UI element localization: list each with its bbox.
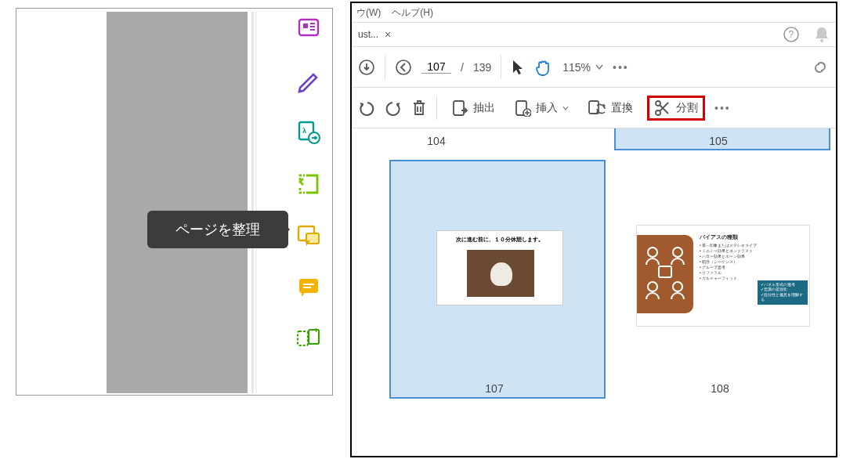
extract-label: 抽出 <box>473 101 495 115</box>
svg-point-15 <box>396 60 410 74</box>
page-total: 139 <box>473 61 491 74</box>
svg-text:λ: λ <box>302 127 306 135</box>
document-tab[interactable]: ust... × <box>358 28 391 41</box>
undo-icon[interactable] <box>358 99 375 117</box>
page-label-107: 107 <box>471 382 518 395</box>
delete-icon[interactable] <box>411 99 427 117</box>
split-label: 分割 <box>676 101 698 115</box>
document-tab-bar: ust... × ? <box>352 22 836 47</box>
pointer-tool-icon[interactable] <box>511 59 525 76</box>
page-108: バイアスの種類 • 第一印象またはステレオタイプ • ミニミー効果とコントラスト… <box>636 225 810 327</box>
back-icon[interactable] <box>395 59 412 76</box>
split-button[interactable]: 分割 <box>647 96 705 121</box>
sticky-note-icon[interactable] <box>295 273 323 302</box>
hand-tool-icon[interactable] <box>534 58 553 77</box>
save-down-icon[interactable] <box>358 59 375 76</box>
svg-point-22 <box>648 248 657 257</box>
svg-point-13 <box>820 39 823 42</box>
page-107-title: 次に進む前に、１０分休憩します。 <box>437 231 562 244</box>
organize-pages-tooltip: ページを整理 <box>147 211 288 248</box>
p108-title: バイアスの種類 <box>700 233 738 241</box>
replace-button[interactable]: 置換 <box>583 96 638 120</box>
page-thumbnails-area: 104 105 次に進む前に、１０分休憩します。 107 <box>352 128 836 457</box>
cup-shape <box>490 262 512 286</box>
divider <box>436 96 437 120</box>
replace-label: 置換 <box>611 101 633 115</box>
page-107-image <box>467 250 534 297</box>
page-label-104: 104 <box>413 135 460 147</box>
more-tools-icon[interactable]: ••• <box>613 61 629 74</box>
tooltip-label: ページを整理 <box>175 220 260 239</box>
svg-text:+: + <box>313 328 319 335</box>
divider <box>501 56 501 79</box>
svg-rect-16 <box>454 101 464 115</box>
insert-button[interactable]: 挿入 <box>509 96 573 120</box>
divider <box>255 12 257 393</box>
list-item: • グループ思考 <box>700 265 757 270</box>
badge-line: ✓自分性と偏見を理解する <box>761 293 805 303</box>
list-item: • 順序（シーケンス） <box>700 259 757 265</box>
svg-rect-0 <box>299 20 318 35</box>
page-separator: / <box>461 61 464 74</box>
right-tool-rail: λ + <box>285 9 332 396</box>
thumb-107[interactable]: 次に進む前に、１０分休憩します。 <box>389 160 606 399</box>
list-item: • 第一印象またはステレオタイプ <box>700 243 757 248</box>
insert-label: 挿入 <box>536 101 558 115</box>
menu-bar: ウ(W) ヘルプ(H) <box>352 3 836 22</box>
list-item: • カルチャーフィット <box>700 276 757 281</box>
svg-rect-8 <box>298 331 308 345</box>
svg-point-24 <box>648 282 657 291</box>
svg-rect-1 <box>303 23 308 28</box>
p108-badge: ✓パネル形式の選考 ✓意識の差別化 ✓自分性と偏見を理解する <box>758 280 808 305</box>
p108-art <box>637 235 693 313</box>
chevron-down-icon <box>595 64 603 70</box>
menu-help[interactable]: ヘルプ(H) <box>392 6 433 20</box>
export-pdf-icon[interactable]: λ <box>295 118 323 146</box>
organize-pages-icon[interactable] <box>295 170 323 198</box>
acrobat-window: ウ(W) ヘルプ(H) ust... × ? / 139 <box>350 2 837 457</box>
page-label-105: 105 <box>695 135 742 147</box>
redo-icon[interactable] <box>385 99 402 117</box>
page-label-108: 108 <box>696 382 743 395</box>
tab-label: ust... <box>358 29 378 40</box>
divider <box>251 12 254 393</box>
help-icon[interactable]: ? <box>783 26 800 43</box>
svg-rect-26 <box>659 266 671 277</box>
list-item: • ミニミー効果とコントラスト <box>700 248 757 254</box>
left-white-area <box>21 12 107 393</box>
compare-icon[interactable]: + <box>295 325 323 353</box>
edit-icon[interactable] <box>295 67 323 95</box>
svg-point-23 <box>673 248 682 257</box>
zoom-control[interactable]: 115% <box>562 61 603 74</box>
organize-toolbar: 抽出 挿入 置換 分割 ••• <box>352 88 836 128</box>
extract-button[interactable]: 抽出 <box>447 96 500 120</box>
divider <box>385 56 385 79</box>
chevron-down-icon <box>562 105 569 111</box>
thumb-108[interactable]: バイアスの種類 • 第一印象またはステレオタイプ • ミニミー効果とコントラスト… <box>635 224 809 326</box>
people-icon <box>637 235 693 313</box>
menu-window[interactable]: ウ(W) <box>356 6 381 20</box>
svg-rect-7 <box>299 279 318 293</box>
left-callout-panel: λ + ページを整理 <box>16 8 333 396</box>
list-item: • ハロー効果とホーン効果 <box>700 254 757 259</box>
list-item: • リファラル <box>700 270 757 276</box>
main-toolbar: / 139 115% ••• <box>352 47 836 88</box>
close-tab-icon[interactable]: × <box>385 28 391 41</box>
create-pdf-icon[interactable] <box>295 15 323 43</box>
p108-bullets: • 第一印象またはステレオタイプ • ミニミー効果とコントラスト • ハロー効果… <box>700 243 757 281</box>
svg-point-25 <box>673 282 682 291</box>
share-link-icon[interactable] <box>811 59 830 76</box>
page-number-input[interactable] <box>421 60 451 74</box>
page-107: 次に進む前に、１０分休憩します。 <box>436 230 563 305</box>
bell-icon[interactable] <box>814 26 830 43</box>
svg-text:?: ? <box>789 29 794 40</box>
left-gray-area <box>107 12 248 393</box>
more-icon[interactable]: ••• <box>714 102 731 114</box>
zoom-value: 115% <box>562 61 591 74</box>
comment-icon[interactable] <box>295 222 323 250</box>
